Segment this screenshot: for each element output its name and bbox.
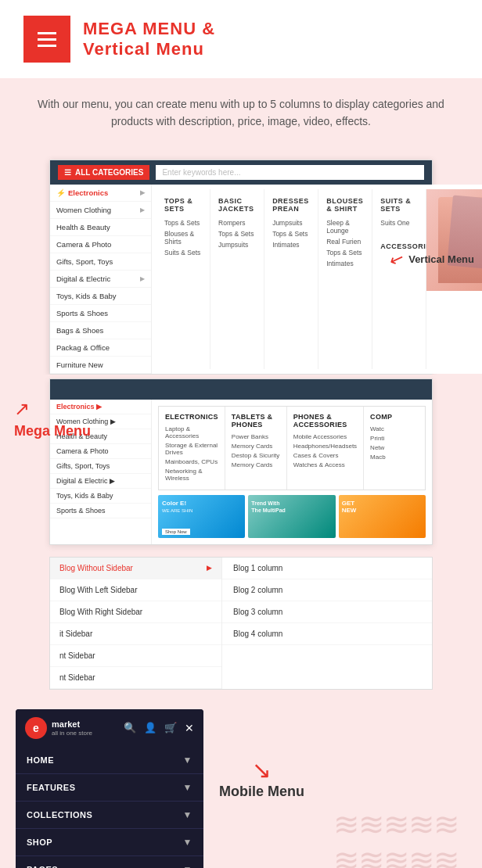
sidebar-item-electronics[interactable]: ⚡ Electronics ▶ (50, 185, 151, 202)
sidebar-item-furniture[interactable]: Furniture New (50, 357, 151, 374)
col-item[interactable]: Intimates (326, 258, 364, 269)
col-item[interactable]: Sleep & Lounge (326, 217, 364, 236)
vertical-menu-label: ↙ Vertical Menu (390, 249, 474, 270)
search-icon[interactable]: 🔍 (124, 722, 136, 733)
col-item[interactable]: Rompers (218, 217, 256, 228)
mega-content-area: TOPS & SETS Tops & Sets Blouses & Shirts… (152, 185, 482, 374)
phone-nav-collections[interactable]: COLLECTIONS ▼ (16, 802, 203, 829)
nav-arrow-icon: ▼ (183, 782, 192, 793)
sidebar-item-packag[interactable]: Packag & Office (50, 339, 151, 357)
sidebar: ⚡ Electronics ▶ Women Clothing ▶ Health … (50, 185, 152, 374)
mega-menu-section: ↗ Mega Menu Electronics ▶ Women Clothing… (0, 375, 482, 553)
menu-mockup-1: ☰ ALL CATEGORIES Enter keywords here... … (49, 160, 433, 375)
promo-text-trend: Trend WithThe MultiPad (251, 500, 286, 514)
logo-text-area: market all in one store (52, 719, 92, 737)
nav-arrow-icon: ▼ (183, 755, 192, 766)
grid-icon: ☰ (64, 168, 71, 177)
exp-col-comp: COMP Watc Printi Netw Macb (364, 407, 425, 490)
col-item[interactable]: Jumpsuits (218, 239, 256, 250)
col-item[interactable]: Blouses & Shirts (164, 228, 202, 247)
arrow-icon: ▶ (140, 189, 145, 196)
promo-image-trend: Trend WithThe MultiPad (248, 495, 335, 538)
col-header: DRESSES PREAN (272, 197, 310, 213)
col-item[interactable]: Jumpsuits (272, 217, 310, 228)
col-item[interactable]: Tops & Sets (218, 228, 256, 239)
sidebar-item-bags[interactable]: Bags & Shoes (50, 322, 151, 339)
blog-item-nt-sidebar-2[interactable]: nt Sidebar (50, 667, 221, 689)
sidebar-item-gifts[interactable]: Gifts, Sport, Toys (50, 253, 151, 271)
mobile-section: e market all in one store 🔍 👤 🛒 ✕ HOME ▼ (0, 694, 482, 868)
phone-nav-pages[interactable]: PAGES ▼ (16, 856, 203, 868)
blog-3-column[interactable]: Blog 3 column (222, 601, 432, 623)
exp-col-electronics: ELECTRONICS Laptop & Accessories Storage… (159, 407, 225, 490)
exp-sidebar-digital[interactable]: Digital & Electric ▶ (50, 474, 151, 489)
mega-columns: TOPS & SETS Tops & Sets Blouses & Shirts… (152, 185, 482, 374)
mega-col-suits: SUITS & SETS Suits One ACCESSORIES (372, 189, 426, 369)
col-item[interactable]: Tops & Sets (326, 247, 364, 258)
expanded-menu: Electronics ▶ Women Clothing ▶ Health & … (49, 378, 433, 545)
shop-now-btn[interactable]: Shop Now (162, 529, 190, 535)
blog-2-column[interactable]: Blog 2 column (222, 579, 432, 601)
blog-item-left-sidebar[interactable]: Blog With Left Sidebar (50, 579, 221, 601)
exp-col-phones: PHONES & ACCESSORIES Mobile Accessories … (287, 407, 364, 490)
col-header: BLOUSES & SHIRT (326, 197, 364, 213)
col-item[interactable]: Intimates (272, 239, 310, 250)
blog-item-right-sidebar[interactable]: Blog With Right Sidebar (50, 601, 221, 623)
exp-sidebar-toys[interactable]: Toys, Kids & Baby (50, 489, 151, 504)
col-header: TOPS & SETS (164, 197, 202, 213)
mobile-phone-mockup: e market all in one store 🔍 👤 🛒 ✕ HOME ▼ (16, 709, 203, 868)
exp-sidebar-gifts[interactable]: Gifts, Sport, Toys (50, 459, 151, 474)
promo-image-color: Color E!WE ARE SHIN Shop Now (158, 495, 245, 538)
close-icon[interactable]: ✕ (185, 722, 194, 734)
promo-text: Color E!WE ARE SHIN (162, 500, 192, 514)
promo-image-new: GETNEW (339, 495, 426, 538)
blog-item-it-sidebar[interactable]: it Sidebar (50, 623, 221, 645)
promo-text-new: GETNEW (342, 500, 357, 514)
mega-image-col (426, 189, 482, 369)
mobile-arrow-icon: ↙ (252, 756, 272, 784)
intro-text: With our menu, you can create menu with … (31, 95, 451, 131)
blog-submenu: Blog Without Sidebar ▶ Blog With Left Si… (49, 557, 433, 690)
nav-arrow-icon: ▼ (183, 837, 192, 848)
exp-columns: ELECTRONICS Laptop & Accessories Storage… (158, 406, 426, 490)
model-image (426, 189, 482, 291)
cart-icon[interactable]: 🛒 (164, 722, 177, 733)
blog-submenu-section: Blog Without Sidebar ▶ Blog With Left Si… (0, 553, 482, 694)
phone-nav: HOME ▼ FEATURES ▼ COLLECTIONS ▼ SHOP ▼ P… (16, 747, 203, 868)
blog-4-column[interactable]: Blog 4 column (222, 623, 432, 645)
blog-item-without-sidebar[interactable]: Blog Without Sidebar ▶ (50, 558, 221, 579)
mockup-topbar: ☰ ALL CATEGORIES Enter keywords here... (50, 160, 432, 185)
mega-col-dresses: DRESSES PREAN Jumpsuits Tops & Sets Inti… (264, 189, 318, 369)
sidebar-item-health[interactable]: Health & Beauty (50, 219, 151, 236)
sidebar-item-sports[interactable]: Sports & Shoes (50, 305, 151, 322)
phone-nav-home[interactable]: HOME ▼ (16, 747, 203, 774)
sidebar-item-toys[interactable]: Toys, Kids & Baby (50, 288, 151, 305)
wavy-decoration: ≋≋≋≋≋≋≋≋≋≋≋≋≋≋≋≋≋≋≋≋≋≋≋≋≋ (333, 806, 459, 868)
blog-right-panel: Blog 1 column Blog 2 column Blog 3 colum… (222, 558, 432, 689)
e-market-icon: e (25, 717, 47, 739)
phone-header: e market all in one store 🔍 👤 🛒 ✕ (16, 709, 203, 747)
blog-item-nt-sidebar-1[interactable]: nt Sidebar (50, 645, 221, 667)
col-item[interactable]: Tops & Sets (164, 217, 202, 228)
mega-col-blouses: BLOUSES & SHIRT Sleep & Lounge Real Furi… (318, 189, 372, 369)
user-icon[interactable]: 👤 (144, 722, 156, 733)
exp-images-row: Color E!WE ARE SHIN Shop Now Trend WithT… (158, 495, 426, 538)
blog-1-column[interactable]: Blog 1 column (222, 558, 432, 579)
sidebar-item-women[interactable]: Women Clothing ▶ (50, 202, 151, 219)
search-input[interactable]: Enter keywords here... (156, 165, 424, 180)
arrow-icon: ▶ (140, 206, 145, 213)
exp-sidebar-sports[interactable]: Sports & Shoes (50, 504, 151, 518)
col-item[interactable]: Suits & Sets (164, 247, 202, 258)
sidebar-item-camera[interactable]: Camera & Photo (50, 236, 151, 253)
electronics-icon: ⚡ (56, 188, 66, 197)
col-item[interactable]: Tops & Sets (272, 228, 310, 239)
sidebar-item-digital[interactable]: Digital & Electric ▶ (50, 271, 151, 288)
header-title: MEGA MENU & Vertical Menu (83, 19, 215, 59)
arrow-icon: ▶ (140, 275, 145, 282)
exp-sidebar-camera[interactable]: Camera & Photo (50, 444, 151, 459)
col-item[interactable]: Real Furien (326, 236, 364, 247)
phone-nav-shop[interactable]: SHOP ▼ (16, 829, 203, 856)
all-categories-btn[interactable]: ☰ ALL CATEGORIES (58, 165, 149, 180)
col-item[interactable]: Suits One (380, 217, 418, 228)
phone-nav-features[interactable]: FEATURES ▼ (16, 774, 203, 802)
